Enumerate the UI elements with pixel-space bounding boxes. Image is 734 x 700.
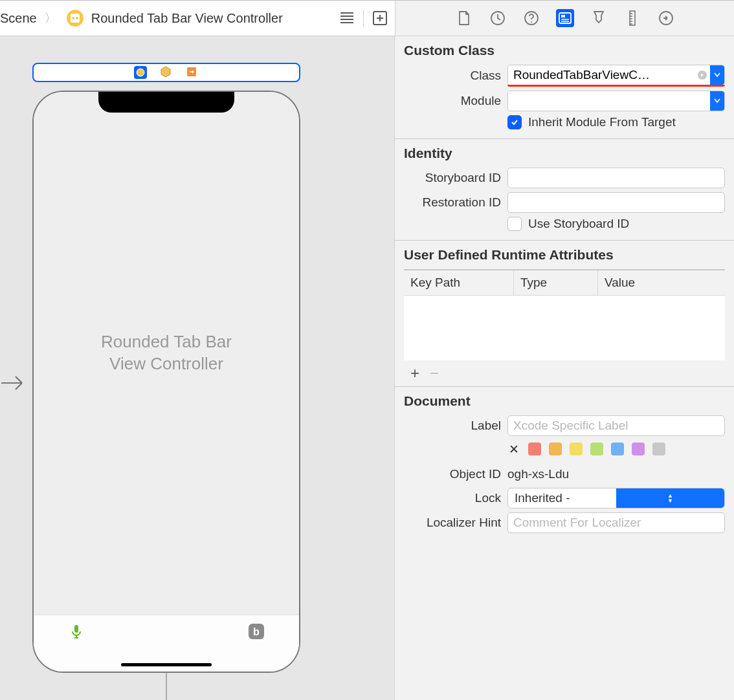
inherit-module-label: Inherit Module From Target [528,115,676,129]
section-title: Custom Class [404,43,725,58]
custom-class-section: Custom Class Class Module [395,36,734,139]
svg-point-3 [531,21,532,23]
inherit-module-checkbox[interactable] [507,115,522,129]
identity-inspector-icon[interactable] [556,9,574,27]
svg-point-8 [137,69,144,76]
first-responder-icon[interactable] [160,66,173,79]
restoration-id-input[interactable] [507,192,725,213]
storyboard-id-label: Storyboard ID [404,171,507,185]
col-key-path[interactable]: Key Path [404,270,514,295]
history-inspector-icon[interactable] [489,9,507,27]
inspector-tabs [395,1,734,36]
swatch-blue[interactable] [611,443,624,455]
tab-item-b[interactable]: b [248,623,265,640]
module-label: Module [404,94,507,108]
restoration-id-label: Restoration ID [404,195,507,210]
runtime-attrs-section: User Defined Runtime Attributes Key Path… [395,241,734,387]
use-storyboard-checkbox[interactable] [507,217,522,231]
scene-header[interactable] [32,63,300,82]
class-input[interactable] [508,65,695,85]
section-title: Identity [404,146,725,161]
top-toolbar: Scene 〉 Rounded Tab Bar View Controller [0,0,734,36]
chevron-right-icon: 〉 [42,10,59,26]
svg-rect-6 [630,11,635,25]
class-combo[interactable] [507,65,725,85]
runtime-attrs-table[interactable]: Key Path Type Value + − [404,269,725,382]
home-indicator [121,663,212,666]
device-frame[interactable]: Rounded Tab Bar View Controller b [32,91,300,673]
swatch-purple[interactable] [632,443,645,455]
storyboard-canvas[interactable]: Rounded Tab Bar View Controller b [0,36,395,700]
swatch-red[interactable] [528,443,541,455]
svg-rect-10 [74,625,78,633]
localizer-input[interactable] [507,512,725,533]
dropdown-icon[interactable] [710,91,724,111]
breadcrumb-title[interactable]: Rounded Tab Bar View Controller [91,11,283,26]
vc-label-line: Rounded Tab Bar [101,331,232,353]
file-inspector-icon[interactable] [455,9,473,27]
object-id-value: ogh-xs-Ldu [507,465,725,484]
label-color-swatches: ✕ [507,440,725,461]
tab-item-mic[interactable] [68,623,85,640]
module-input[interactable] [508,91,710,111]
attributes-inspector-icon[interactable] [590,9,608,27]
inspector-panel: Custom Class Class Module [395,36,734,700]
select-arrows-icon: ▲▼ [616,488,724,508]
svg-rect-5 [561,15,565,17]
goto-class-icon[interactable] [695,65,710,85]
dropdown-icon[interactable] [710,65,724,85]
viewcontroller-icon[interactable] [134,66,147,79]
device-screen: Rounded Tab Bar View Controller b [34,92,299,672]
swatch-none[interactable]: ✕ [507,443,520,455]
entry-arrow-icon [0,373,28,396]
swatch-green[interactable] [590,443,603,455]
identity-section: Identity Storyboard ID Restoration ID Us… [395,139,734,241]
connections-inspector-icon[interactable] [657,9,675,27]
col-value[interactable]: Value [598,270,725,295]
svg-text:b: b [253,626,260,637]
remove-attr-icon[interactable]: − [430,364,439,382]
document-section: Document Label ✕ Object ID ogh-xs-Ldu L [395,387,734,546]
size-inspector-icon[interactable] [623,9,641,27]
class-label: Class [404,69,507,83]
lock-label: Lock [404,491,507,505]
swatch-gray[interactable] [652,443,665,455]
separator [363,10,364,27]
scene-connector [166,673,167,700]
vc-placeholder-label: Rounded Tab Bar View Controller [101,331,232,375]
storyboard-id-input[interactable] [507,168,725,188]
table-header: Key Path Type Value [404,269,725,296]
vc-label-line: View Controller [101,353,232,375]
section-title: Document [404,393,725,409]
add-attr-icon[interactable]: + [410,364,419,382]
table-body[interactable] [404,296,725,360]
viewcontroller-icon [67,10,83,27]
col-type[interactable]: Type [514,270,598,295]
object-id-label: Object ID [404,467,507,481]
swatch-yellow[interactable] [570,443,583,455]
view-controller-body: Rounded Tab Bar View Controller [34,92,299,615]
lock-value: Inherited - (Nothing) [508,488,616,508]
use-storyboard-label: Use Storyboard ID [528,217,629,231]
module-combo[interactable] [507,91,725,111]
lock-select[interactable]: Inherited - (Nothing) ▲▼ [507,488,725,509]
tab-bar[interactable]: b [34,615,299,672]
device-notch [98,92,234,113]
swatch-orange[interactable] [549,443,562,455]
breadcrumb-root[interactable]: Scene [0,11,37,26]
lines-icon[interactable] [339,10,355,27]
section-title: User Defined Runtime Attributes [404,247,725,263]
doc-label-input[interactable] [507,415,725,436]
exit-icon[interactable] [186,66,199,79]
add-panel-icon[interactable] [372,10,388,27]
error-underline [507,85,725,87]
localizer-label: Localizer Hint [404,516,507,530]
help-inspector-icon[interactable] [522,9,540,27]
doc-label-label: Label [404,419,507,433]
breadcrumb-bar: Scene 〉 Rounded Tab Bar View Controller [0,1,395,36]
